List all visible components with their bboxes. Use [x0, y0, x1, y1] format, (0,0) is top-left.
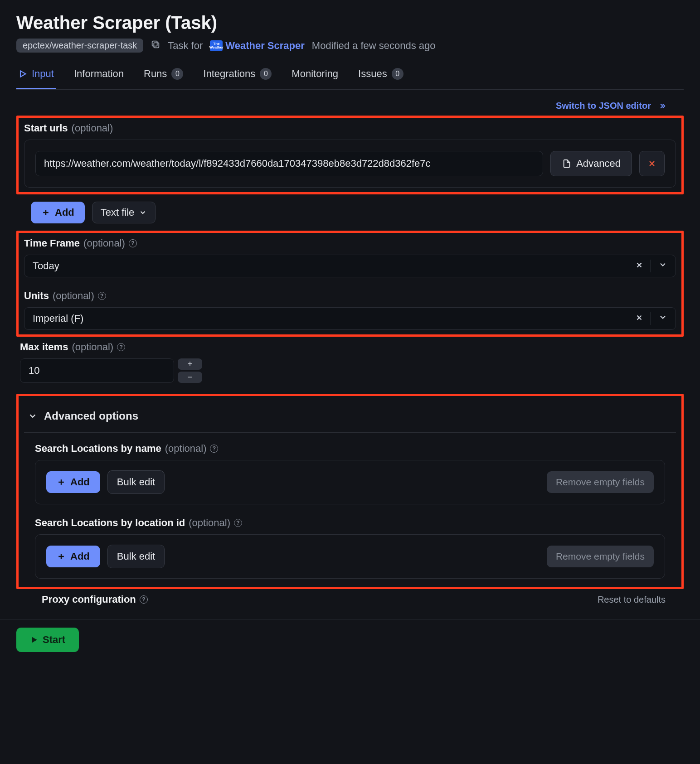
- issues-count-badge: 0: [392, 68, 403, 80]
- advanced-options-toggle[interactable]: Advanced options: [24, 401, 676, 433]
- search-id-label: Search Locations by location id: [35, 517, 185, 529]
- optional-tag: (optional): [165, 443, 207, 455]
- remove-empty-id-button[interactable]: Remove empty fields: [547, 546, 654, 567]
- reset-defaults-link[interactable]: Reset to defaults: [598, 595, 666, 605]
- clear-icon[interactable]: [635, 313, 643, 324]
- actor-link[interactable]: TheWeather Weather Scraper: [210, 40, 304, 52]
- search-name-label: Search Locations by name: [35, 443, 161, 455]
- max-items-label: Max items: [20, 341, 68, 353]
- time-frame-select[interactable]: Today: [24, 255, 676, 277]
- clear-icon[interactable]: [635, 260, 643, 272]
- add-search-id-button[interactable]: Add: [46, 546, 100, 567]
- tab-information[interactable]: Information: [72, 63, 126, 89]
- chevron-down-icon[interactable]: [658, 260, 667, 272]
- remove-empty-name-button[interactable]: Remove empty fields: [547, 471, 654, 493]
- start-urls-label: Start urls: [24, 122, 68, 134]
- optional-tag: (optional): [72, 341, 113, 353]
- switch-json-editor[interactable]: Switch to JSON editor: [16, 101, 684, 111]
- help-icon[interactable]: ?: [117, 343, 125, 351]
- stepper-down[interactable]: −: [178, 372, 202, 383]
- svg-marker-2: [20, 71, 26, 77]
- actor-badge-icon: TheWeather: [210, 40, 223, 51]
- start-url-input[interactable]: [35, 151, 543, 176]
- start-button[interactable]: Start: [16, 628, 79, 652]
- task-for-label: Task for: [168, 40, 203, 52]
- help-icon[interactable]: ?: [210, 445, 218, 453]
- page-title: Weather Scraper (Task): [16, 13, 684, 33]
- tab-monitoring[interactable]: Monitoring: [290, 63, 340, 89]
- units-select[interactable]: Imperial (F): [24, 307, 676, 330]
- max-items-input[interactable]: [20, 358, 174, 383]
- proxy-config-label: Proxy configuration: [42, 594, 136, 605]
- help-icon[interactable]: ?: [234, 519, 242, 527]
- runs-count-badge: 0: [171, 68, 183, 80]
- chevron-down-icon[interactable]: [658, 313, 667, 324]
- help-icon[interactable]: ?: [98, 292, 106, 300]
- tab-integrations[interactable]: Integrations 0: [201, 63, 273, 89]
- help-icon[interactable]: ?: [140, 595, 148, 604]
- stepper-up[interactable]: +: [178, 358, 202, 370]
- bulk-edit-name-button[interactable]: Bulk edit: [107, 470, 165, 494]
- add-search-name-button[interactable]: Add: [46, 471, 100, 493]
- optional-tag: (optional): [189, 517, 230, 529]
- bulk-edit-id-button[interactable]: Bulk edit: [107, 545, 165, 568]
- add-url-button[interactable]: Add: [31, 202, 85, 223]
- time-frame-label: Time Frame: [24, 237, 80, 249]
- svg-rect-1: [152, 41, 157, 46]
- svg-rect-0: [154, 43, 159, 48]
- tab-issues[interactable]: Issues 0: [356, 63, 405, 89]
- copy-icon[interactable]: [151, 39, 160, 52]
- remove-url-button[interactable]: [639, 151, 665, 176]
- integrations-count-badge: 0: [260, 68, 272, 80]
- optional-tag: (optional): [83, 237, 125, 249]
- text-file-button[interactable]: Text file: [92, 202, 156, 223]
- tab-input[interactable]: Input: [16, 63, 56, 89]
- advanced-button[interactable]: Advanced: [550, 151, 632, 176]
- units-label: Units: [24, 290, 49, 302]
- svg-marker-15: [32, 637, 37, 643]
- help-icon[interactable]: ?: [129, 239, 137, 247]
- optional-tag: (optional): [72, 122, 113, 134]
- tab-runs[interactable]: Runs 0: [142, 63, 185, 89]
- modified-text: Modified a few seconds ago: [312, 40, 436, 52]
- task-slug-chip: epctex/weather-scraper-task: [16, 39, 143, 53]
- optional-tag: (optional): [53, 290, 94, 302]
